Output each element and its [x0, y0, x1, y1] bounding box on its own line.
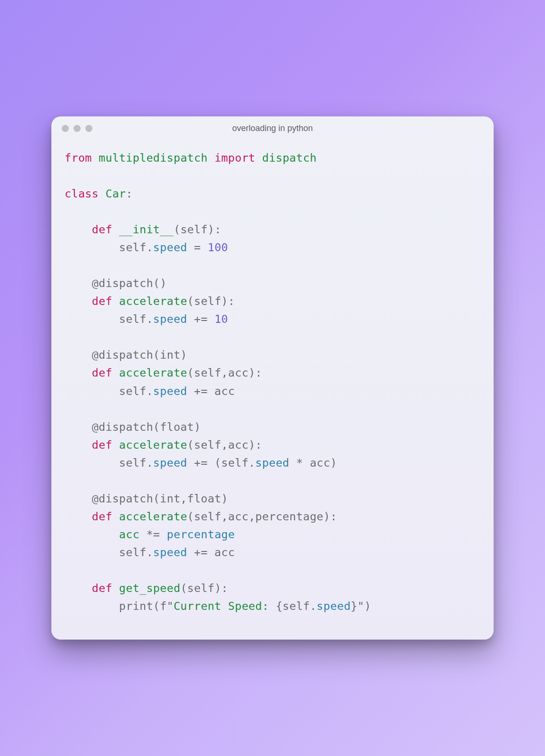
- code-line: [65, 561, 480, 579]
- code-line: def accelerate(self,acc):: [65, 364, 480, 382]
- code-token: self.: [65, 385, 153, 398]
- maximize-icon[interactable]: [85, 125, 92, 132]
- code-token: [65, 223, 92, 236]
- code-token: += acc: [187, 385, 235, 398]
- code-token: [65, 295, 92, 308]
- code-token: {self.: [276, 600, 317, 613]
- code-token: +=: [187, 312, 215, 326]
- code-line: def accelerate(self,acc):: [65, 436, 480, 454]
- code-token: def: [92, 295, 112, 308]
- code-token: multipledispatch: [99, 151, 207, 164]
- code-token: self.: [65, 456, 153, 469]
- code-line: [65, 203, 480, 221]
- code-token: (self):: [173, 223, 221, 236]
- code-token: [99, 187, 105, 200]
- code-token: [207, 151, 214, 164]
- minimize-icon[interactable]: [74, 125, 81, 132]
- code-token: print(f": [65, 600, 173, 613]
- code-token: class: [65, 187, 99, 200]
- code-token: speed: [153, 546, 187, 559]
- code-token: speed: [317, 600, 351, 613]
- code-token: [112, 438, 119, 452]
- code-token: }"): [351, 600, 371, 613]
- code-token: import: [215, 151, 256, 164]
- code-line: self.speed += acc: [65, 382, 480, 400]
- code-token: from: [65, 151, 92, 164]
- code-token: *=: [140, 528, 167, 541]
- code-token: =: [187, 241, 207, 254]
- code-token: speed: [153, 312, 187, 326]
- code-token: [65, 510, 92, 523]
- code-token: self.: [65, 241, 153, 254]
- code-editor: from multipledispatch import dispatch cl…: [51, 140, 494, 640]
- code-token: 10: [215, 312, 228, 326]
- code-token: (self,acc,percentage):: [187, 510, 337, 523]
- code-line: self.speed += (self.speed * acc): [65, 454, 480, 472]
- code-token: def: [92, 510, 112, 523]
- code-token: accelerate: [119, 438, 187, 452]
- code-token: (self,acc):: [187, 366, 262, 379]
- code-line: [65, 256, 480, 274]
- code-line: print(f"Current Speed: {self.speed}"): [65, 597, 480, 615]
- code-token: def: [92, 582, 112, 595]
- code-window: overloading in python from multipledispa…: [51, 116, 494, 640]
- code-token: Current Speed:: [173, 600, 276, 613]
- code-token: speed: [153, 241, 187, 254]
- code-token: @dispatch(int,float): [65, 492, 228, 505]
- code-token: [65, 582, 92, 595]
- code-line: def __init__(self):: [65, 221, 480, 238]
- code-token: def: [92, 366, 112, 379]
- code-line: @dispatch(): [65, 274, 480, 292]
- code-line: acc *= percentage: [65, 526, 480, 543]
- code-line: @dispatch(int): [65, 346, 480, 364]
- code-line: [65, 328, 480, 346]
- code-token: :: [126, 187, 132, 200]
- code-token: speed: [153, 456, 187, 469]
- code-line: def accelerate(self,acc,percentage):: [65, 508, 480, 526]
- code-token: accelerate: [119, 366, 187, 379]
- code-token: [112, 366, 119, 379]
- code-token: dispatch: [262, 151, 317, 164]
- code-token: [112, 582, 119, 595]
- code-token: speed: [153, 385, 187, 398]
- code-token: [65, 366, 92, 379]
- code-line: [65, 472, 480, 490]
- code-token: Car: [106, 187, 126, 200]
- code-token: [112, 295, 119, 308]
- code-line: self.speed += 10: [65, 310, 480, 328]
- close-icon[interactable]: [62, 125, 69, 132]
- code-line: def get_speed(self):: [65, 579, 480, 597]
- code-line: class Car:: [65, 185, 480, 203]
- code-token: += acc: [187, 546, 235, 559]
- code-token: [92, 151, 99, 164]
- code-token: [65, 438, 92, 452]
- code-line: @dispatch(int,float): [65, 490, 480, 508]
- code-line: def accelerate(self):: [65, 292, 480, 310]
- titlebar: overloading in python: [51, 116, 494, 140]
- code-token: (self):: [181, 582, 228, 595]
- code-line: [65, 400, 480, 418]
- code-token: acc: [119, 528, 140, 541]
- code-line: @dispatch(float): [65, 418, 480, 436]
- code-token: @dispatch(): [65, 277, 167, 290]
- code-token: @dispatch(float): [65, 420, 201, 434]
- code-token: accelerate: [119, 295, 187, 308]
- code-line: [65, 167, 480, 185]
- code-token: [65, 528, 119, 541]
- code-token: [112, 223, 119, 236]
- code-token: def: [92, 438, 112, 452]
- code-line: self.speed += acc: [65, 543, 480, 561]
- code-token: percentage: [167, 528, 235, 541]
- code-token: [112, 510, 119, 523]
- code-token: (self,acc):: [187, 438, 262, 452]
- code-line: from multipledispatch import dispatch: [65, 149, 480, 167]
- code-token: @dispatch(int): [65, 348, 187, 362]
- code-token: += (self.: [187, 456, 255, 469]
- code-line: self.speed = 100: [65, 238, 480, 256]
- window-title: overloading in python: [51, 123, 494, 133]
- code-token: * acc): [289, 456, 337, 469]
- code-token: def: [92, 223, 112, 236]
- code-token: __init__: [119, 223, 174, 236]
- code-token: speed: [256, 456, 289, 469]
- traffic-lights: [62, 125, 92, 132]
